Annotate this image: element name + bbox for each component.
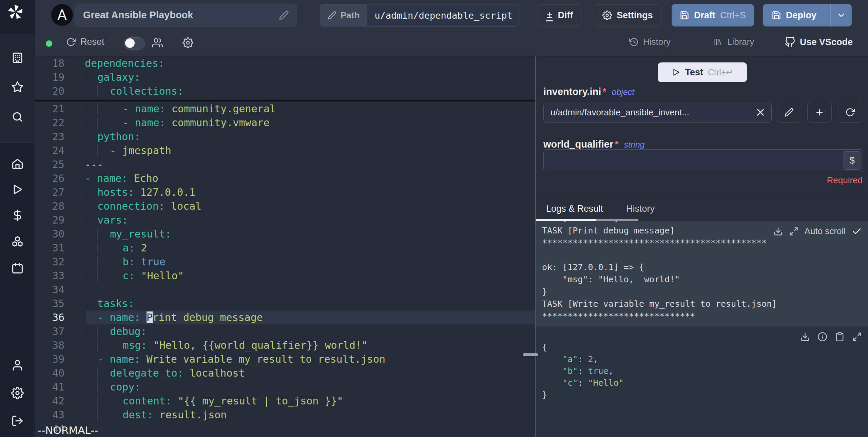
result-controls — [800, 332, 862, 342]
download-result-icon[interactable] — [800, 332, 810, 342]
reset-button[interactable]: Reset — [66, 37, 104, 47]
required-asterisk: * — [615, 139, 618, 150]
copy-clipboard-icon[interactable] — [835, 332, 845, 342]
script-title-input[interactable]: Great Ansible Playbook — [75, 4, 297, 26]
inventory-field-label: inventory.ini* object — [543, 86, 634, 97]
workspace-building-icon[interactable] — [11, 52, 24, 64]
log-pane[interactable]: Auto scroll ok: [127.0.0.1]TASK [Print d… — [536, 221, 868, 326]
world-qualifier-input[interactable] — [543, 149, 863, 172]
app-root: A Great Ansible Playbook Path u/admin/de… — [0, 0, 868, 437]
deploy-dropdown-toggle[interactable] — [830, 4, 852, 26]
github-icon — [785, 37, 795, 48]
draft-shortcut: Ctrl+S — [720, 10, 746, 21]
chevron-down-icon — [836, 10, 846, 20]
history-button[interactable]: History — [629, 37, 671, 47]
refresh-inventory-button[interactable] — [838, 102, 862, 123]
runs-play-icon[interactable] — [11, 183, 24, 196]
inventory-resource-input[interactable] — [543, 102, 772, 123]
plus-minus-icon: ± — [546, 10, 553, 21]
log-controls: Auto scroll — [773, 226, 862, 236]
panel-splitter-grip[interactable] — [523, 353, 538, 356]
play-icon — [672, 68, 680, 77]
world-qualifier-field-label: world_qualifier* string — [543, 139, 645, 150]
log-lines: ok: [127.0.0.1]TASK [Print debug message… — [536, 221, 868, 326]
diff-mode-toggle[interactable] — [124, 37, 145, 50]
script-title: Great Ansible Playbook — [83, 10, 279, 21]
account-user-icon[interactable] — [11, 359, 24, 372]
diff-button[interactable]: ± Diff — [538, 4, 581, 26]
refresh-icon — [66, 37, 76, 47]
pencil-icon — [784, 108, 794, 117]
tab-logs-and-result[interactable]: Logs & Result — [546, 204, 603, 214]
top-header: A Great Ansible Playbook Path u/admin/de… — [35, 0, 868, 31]
refresh-icon — [845, 108, 855, 117]
result-tabs: Logs & Result History — [536, 198, 868, 221]
test-shortcut: Ctrl+↵ — [708, 68, 733, 77]
edit-inventory-button[interactable] — [777, 102, 801, 123]
editor-lines: 21 - name: community.general22 - name: c… — [35, 102, 535, 436]
logout-icon[interactable] — [11, 415, 24, 427]
windmill-logo[interactable] — [6, 3, 25, 22]
autoscroll-label: Auto scroll — [805, 226, 846, 236]
history-clock-icon — [629, 37, 639, 47]
active-tab-indicator — [536, 219, 596, 221]
home-icon[interactable] — [11, 158, 24, 170]
code-editor[interactable]: 18dependencies:19 galaxy:20 collections:… — [35, 56, 535, 437]
tab-history[interactable]: History — [626, 204, 655, 214]
expand-logs-icon[interactable] — [789, 227, 798, 236]
editor-sticky-lines: 18dependencies:19 galaxy:20 collections: — [35, 56, 535, 98]
sticky-scroll-shadow — [35, 100, 535, 101]
add-inventory-button[interactable] — [807, 102, 832, 123]
library-books-icon — [713, 37, 723, 47]
favorites-star-icon[interactable] — [11, 81, 24, 93]
edit-title-pencil-icon[interactable] — [279, 10, 289, 20]
editor-toolbar: Reset History Library Use VScode — [35, 31, 868, 56]
info-icon[interactable] — [817, 332, 827, 342]
clear-inventory-x-icon[interactable] — [755, 107, 766, 118]
path-value: u/admin/dependable_script — [367, 4, 520, 26]
save-draft-button[interactable]: Draft Ctrl+S — [672, 4, 754, 26]
sidebar — [0, 0, 35, 437]
expand-result-icon[interactable] — [852, 332, 862, 342]
plus-icon — [815, 108, 824, 117]
ansible-logo: A — [51, 4, 73, 26]
autoscroll-check-icon[interactable] — [852, 226, 862, 236]
required-error: Required — [827, 175, 863, 186]
path-button[interactable]: Path u/admin/dependable_script — [320, 4, 520, 26]
schedules-calendar-icon[interactable] — [11, 262, 24, 274]
settings-button[interactable]: Settings — [594, 4, 661, 26]
use-vscode-button[interactable]: Use VScode — [785, 37, 853, 48]
required-asterisk: * — [602, 86, 606, 97]
field-type: object — [612, 87, 635, 97]
sidebar-divider — [0, 142, 35, 142]
search-icon[interactable] — [11, 111, 24, 123]
field-type: string — [624, 140, 645, 150]
result-lines: { "a": 2, "b": true, "c": "Hello"} — [542, 341, 624, 401]
insert-variable-dollar-button[interactable]: $ — [843, 151, 861, 170]
collaborators-users-icon[interactable] — [152, 37, 163, 48]
deploy-button[interactable]: Deploy — [763, 4, 852, 26]
edit-path-pencil-icon — [328, 11, 336, 20]
floppy-save-icon — [680, 11, 689, 20]
log-horizontal-scrollbar[interactable] — [596, 219, 638, 221]
gear-icon — [602, 11, 612, 20]
vim-mode-indicator: --NORMAL-- — [38, 424, 98, 436]
toggle-knob — [125, 38, 135, 48]
floppy-save-icon — [772, 11, 781, 20]
editor-settings-gear-icon[interactable] — [182, 37, 193, 48]
result-pane[interactable]: { "a": 2, "b": true, "c": "Hello"} — [536, 326, 868, 437]
status-dot — [46, 40, 52, 47]
download-logs-icon[interactable] — [773, 227, 783, 236]
variables-dollar-icon[interactable] — [11, 209, 24, 222]
run-panel: Test Ctrl+↵ inventory.ini* object world_… — [536, 56, 868, 437]
library-button[interactable]: Library — [713, 37, 754, 47]
path-label: Path — [341, 10, 360, 21]
test-button[interactable]: Test Ctrl+↵ — [658, 62, 747, 82]
resources-cubes-icon[interactable] — [11, 235, 24, 248]
settings-gear-icon[interactable] — [11, 387, 24, 399]
